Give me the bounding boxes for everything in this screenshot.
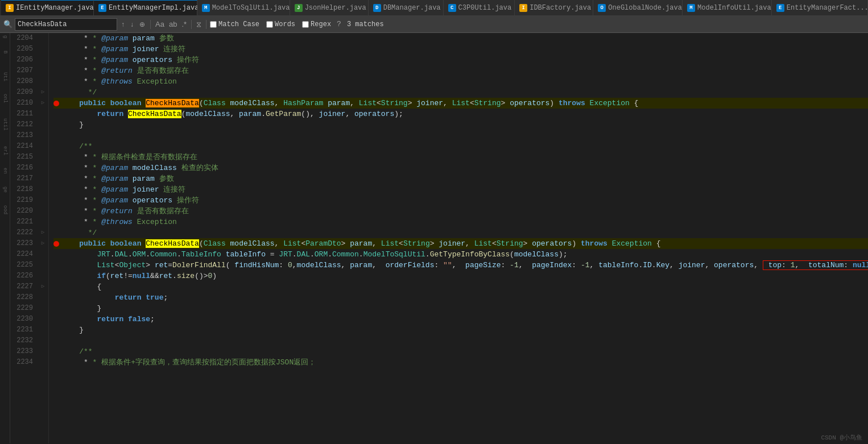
tab-icon-OneGlobalNode: O (598, 4, 606, 12)
matches-count: 3 matches (347, 20, 384, 28)
line-code-2205: * * @param joiner 连接符 (61, 44, 868, 55)
code-line-2225: List<Object> ret=DolerFindAll( findHisNu… (53, 260, 868, 271)
search-input[interactable] (18, 20, 92, 28)
regex-option[interactable]: Regex (302, 20, 331, 28)
code-line-2219: * * @param operators 操作符 (53, 195, 868, 206)
words-checkbox[interactable] (266, 21, 273, 28)
code-line-2212: } (53, 119, 868, 130)
line-code-2215: * * 根据条件检查是否有数据存在 (61, 152, 868, 163)
code-line-2215: * * 根据条件检查是否有数据存在 (53, 152, 868, 163)
line-code-2222: */ (61, 227, 868, 238)
fold-gutter-2213 (38, 130, 48, 141)
next-match-button[interactable]: ↓ (129, 21, 135, 28)
line-code-2230: return false; (61, 314, 868, 325)
code-line-2216: * * @param modelClass 检查的实体 (53, 163, 868, 173)
line-number-2213: 2213 (10, 130, 33, 141)
line-number-2228: 2228 (10, 292, 33, 303)
code-line-2223: public boolean CheckHasData(Class modelC… (53, 238, 868, 249)
line-code-2209: */ (61, 87, 868, 98)
line-code-2217: * * @param param 参数 (61, 173, 868, 184)
code-line-2224: JRT.DAL.ORM.Common.TableInfo tableInfo =… (53, 249, 868, 260)
fold-icon-2223[interactable]: ▷ (42, 238, 44, 249)
code-content[interactable]: * * @param param 参数 * * @param joiner 连接… (49, 33, 868, 443)
match-case-option[interactable]: Match Case (210, 20, 259, 28)
line-code-2214: /** (61, 141, 868, 152)
line-code-2231: } (61, 325, 868, 335)
sidebar-label-B: B (2, 51, 8, 53)
fold-gutter-2222: ▷ (38, 227, 48, 238)
search-separator-1 (150, 20, 151, 29)
tab-IDBFactory[interactable]: I IDBFactory.java × (515, 0, 593, 16)
tab-JsonHelper[interactable]: J JsonHelper.java × (290, 0, 369, 16)
fold-gutter-2226 (38, 271, 48, 281)
line-code-2232 (61, 335, 868, 346)
words-option[interactable]: Words (266, 20, 295, 28)
line-number-2234: 2234 (10, 357, 33, 368)
line-code-2213 (61, 130, 868, 141)
fold-gutter-2205 (38, 44, 48, 55)
search-separator-2 (191, 20, 192, 29)
line-code-2227: { (61, 281, 868, 292)
fold-gutter-2231 (38, 325, 48, 335)
prev-match-button[interactable]: ↑ (119, 21, 126, 28)
line-number-2224: 2224 (10, 249, 33, 260)
line-number-2207: 2207 (10, 65, 33, 76)
line-number-2227: 2227 (10, 281, 33, 292)
editor-area: g B Uti onl util erl en ge ood 220422052… (0, 33, 868, 443)
line-number-2219: 2219 (10, 195, 33, 206)
tab-IEntityManager[interactable]: I IEntityManager.java × (1, 0, 94, 16)
code-line-2229: } (53, 303, 868, 314)
code-line-2217: * * @param param 参数 (53, 173, 868, 184)
line-number-2214: 2214 (10, 141, 33, 152)
tab-ModelToSqlUtil[interactable]: M ModelToSqlUtil.java × (197, 0, 290, 16)
tab-label-IDBFactory: IDBFactory.java (530, 4, 591, 12)
code-line-2204: * * @param param 参数 (53, 33, 868, 44)
fold-gutter-2223: ▷ (38, 238, 48, 249)
tab-OneGlobalNode[interactable]: O OneGlobalNode.java × (593, 0, 683, 16)
toggle-case-icon-btn[interactable]: Aa (154, 20, 166, 28)
tab-EntityManagerFact[interactable]: E EntityManagerFact... × (772, 0, 868, 16)
sidebar-label-onl: onl (2, 94, 8, 103)
fold-icon-2227[interactable]: ▷ (42, 281, 44, 292)
fold-gutter-2214 (38, 141, 48, 152)
words-label: Words (275, 20, 295, 28)
fold-icon-2222[interactable]: ▷ (42, 227, 44, 238)
find-all-button[interactable]: ⊕ (138, 21, 147, 28)
tab-bar: I IEntityManager.java × E EntityManagerI… (0, 0, 868, 16)
tab-label-JsonHelper: JsonHelper.java (305, 4, 366, 12)
code-line-2226: if(ret!=null&&ret.size()>0) (53, 271, 868, 281)
tab-DBManager[interactable]: D DBManager.java × (369, 0, 444, 16)
tab-EntityManagerImpl[interactable]: E EntityManagerImpl.java × (94, 0, 197, 16)
line-code-2206: * * @param operators 操作符 (61, 55, 868, 65)
sidebar-label-ge: ge (2, 186, 8, 193)
fold-gutter: ▷▷▷▷▷ (38, 33, 49, 443)
tab-icon-C3P0Util: C (448, 4, 456, 12)
line-number-2233: 2233 (10, 346, 33, 357)
fold-icon-2210[interactable]: ▷ (42, 98, 44, 109)
breakpoint-2210 (53, 101, 61, 106)
code-line-2211: return CheckHasData(modelClass, param.Ge… (53, 109, 868, 119)
tab-ModelInfoUtil[interactable]: M ModelInfoUtil.java × (683, 0, 772, 16)
tab-icon-EntityManagerImpl: E (98, 4, 106, 12)
line-number-2221: 2221 (10, 217, 33, 227)
code-line-2207: * * @return 是否有数据存在 (53, 65, 868, 76)
fold-icon-2209[interactable]: ▷ (42, 87, 44, 98)
help-icon[interactable]: ? (337, 20, 341, 28)
sidebar-label-erl: erl (2, 146, 8, 155)
line-code-2210: public boolean CheckHasData(Class modelC… (61, 98, 868, 109)
line-number-2229: 2229 (10, 303, 33, 314)
tab-C3P0Util[interactable]: C C3P0Util.java × (444, 0, 515, 16)
toggle-regex-icon-btn[interactable]: .* (180, 20, 188, 28)
fold-gutter-2228 (38, 292, 48, 303)
match-case-checkbox[interactable] (210, 21, 217, 28)
line-number-2209: 2209 (10, 87, 33, 98)
line-number-2232: 2232 (10, 335, 33, 346)
regex-checkbox[interactable] (302, 21, 309, 28)
line-number-2218: 2218 (10, 184, 33, 195)
filter-icon-btn[interactable]: ⧖ (195, 20, 202, 29)
sidebar-label-util: util (2, 118, 8, 131)
toggle-word-icon-btn[interactable]: ab (168, 20, 178, 28)
search-bar: 🔍 ↑ ↓ ⊕ Aa ab .* ⧖ Match Case Words Rege… (0, 16, 868, 33)
line-code-2233: /** (61, 346, 868, 357)
tab-icon-JsonHelper: J (295, 4, 303, 12)
